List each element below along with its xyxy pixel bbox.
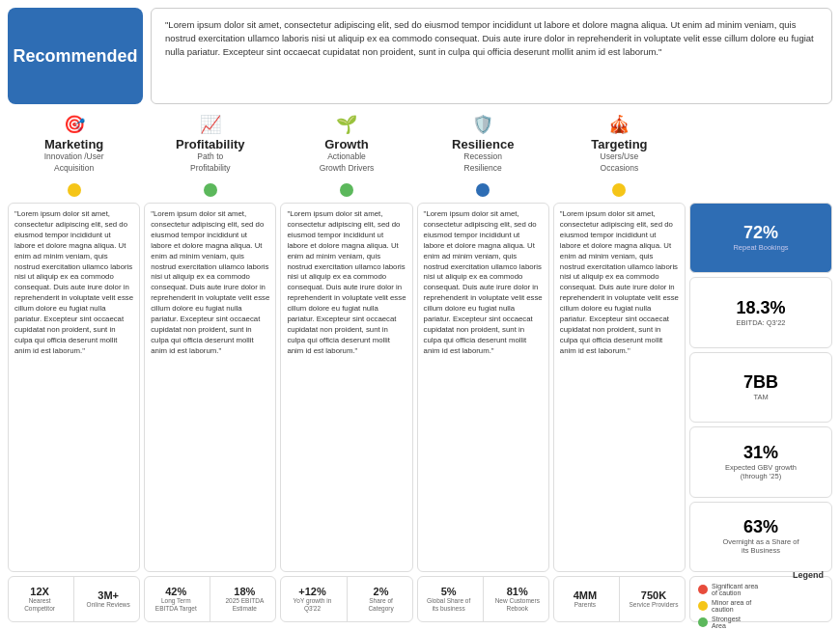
- content-targeting: "Lorem ipsum dolor sit amet, consectetur…: [553, 203, 686, 572]
- legend-dot-red: [698, 585, 708, 594]
- stat-nearest-competitor: 12X NearestCompetitor: [9, 577, 70, 621]
- legend-red-label: Significant areaof caution: [712, 583, 758, 596]
- category-marketing: 🎯 Marketing Innovation /UserAcquisition: [8, 110, 140, 178]
- metric-ebitda-label: EBITDA: Q3'22: [736, 318, 785, 327]
- legend-item-red: Significant areaof caution: [698, 583, 758, 596]
- stats-group-marketing: 12X NearestCompetitor 3M+ Online Reviews: [8, 576, 140, 622]
- stat-long-term-ebitda: 42% Long TermEBITDA Target: [145, 577, 207, 621]
- stat-12pct-label: YoY growth inQ3'22: [294, 597, 332, 613]
- stat-2025-ebitda: 18% 2025 EBITDAEstimate: [213, 577, 275, 621]
- legend-dot-yellow: [698, 601, 708, 611]
- stat-5pct-label: Global Share ofits business: [427, 597, 470, 613]
- stat-new-customers: 81% New CustomersRebook: [487, 577, 548, 621]
- marketing-subtitle: Innovation /UserAcquisition: [44, 151, 104, 173]
- resilience-title: Resilience: [452, 137, 514, 151]
- content-marketing: "Lorem ipsum dolor sit amet, consectetur…: [8, 203, 140, 572]
- metric-overnight-value: 63%: [743, 518, 778, 537]
- right-spacer-header: [689, 110, 832, 178]
- metric-overnight-label: Overnight as a Share ofits Business: [722, 537, 798, 555]
- category-targeting: 🎪 Targeting Users/UseOccasions: [553, 110, 686, 178]
- metric-overnight: 63% Overnight as a Share ofits Business: [689, 502, 832, 572]
- recommended-box: Recommended: [8, 8, 143, 104]
- stat-12pct-value: +12%: [298, 586, 325, 597]
- dot-resilience: [476, 183, 490, 197]
- dots-row: [8, 181, 832, 199]
- stat-2pct-label: Share ofCategory: [368, 597, 393, 613]
- stat-4mm-value: 4MM: [574, 589, 597, 601]
- dot-cell-profitability: [144, 181, 276, 199]
- dot-cell-growth: [280, 181, 412, 199]
- profitability-body-text: "Lorem ipsum dolor sit amet, consectetur…: [151, 209, 269, 355]
- category-growth: 🌱 Growth ActionableGrowth Drivers: [280, 110, 412, 178]
- legend-title: Legend: [793, 570, 824, 580]
- stat-42-label: Long TermEBITDA Target: [155, 597, 197, 613]
- stat-service-providers: 750K Service Providers: [623, 577, 685, 621]
- category-resilience: 🛡️ Resilience RecessionResilience: [417, 110, 549, 178]
- stat-divider-2: [210, 577, 210, 621]
- dot-profitability: [204, 183, 217, 197]
- stats-group-profitability: 42% Long TermEBITDA Target 18% 2025 EBIT…: [144, 576, 276, 622]
- metric-gbv-label: Expected GBV growth(through '25): [725, 463, 797, 480]
- marketing-icon: 🎯: [64, 114, 85, 135]
- stat-81pct-label: New CustomersRebook: [495, 597, 540, 613]
- profitability-icon: 📈: [200, 114, 221, 135]
- targeting-icon: 🎪: [608, 114, 630, 135]
- stat-42-value: 42%: [165, 586, 186, 597]
- dot-cell-targeting: [553, 181, 686, 199]
- growth-body-text: "Lorem ipsum dolor sit amet, consectetur…: [287, 209, 406, 355]
- stats-group-growth: +12% YoY growth inQ3'22 2% Share ofCateg…: [280, 576, 412, 622]
- content-growth: "Lorem ipsum dolor sit amet, consectetur…: [280, 203, 412, 572]
- metric-tam: 7BB TAM: [689, 352, 832, 423]
- category-profitability: 📈 Profitability Path toProfitability: [144, 110, 276, 178]
- stats-group-targeting: 4MM Parents 750K Service Providers: [553, 576, 686, 622]
- metric-gbv: 31% Expected GBV growth(through '25): [689, 426, 832, 497]
- stat-18-value: 18%: [234, 586, 255, 597]
- marketing-title: Marketing: [44, 137, 103, 151]
- legend-item-yellow: Minor area ofcaution: [698, 599, 751, 613]
- growth-title: Growth: [324, 137, 369, 151]
- stat-2pct-value: 2%: [374, 586, 389, 597]
- content-resilience: "Lorem ipsum dolor sit amet, consectetur…: [417, 203, 549, 572]
- recommended-label: Recommended: [13, 46, 137, 67]
- growth-icon: 🌱: [336, 114, 357, 135]
- stat-5pct-value: 5%: [441, 586, 457, 597]
- legend-box: Legend Significant areaof caution Minor …: [689, 576, 832, 622]
- stat-divider-4: [483, 577, 484, 621]
- stats-row: 12X NearestCompetitor 3M+ Online Reviews…: [8, 576, 832, 622]
- dot-cell-resilience: [417, 181, 549, 199]
- dot-marketing: [68, 183, 81, 197]
- stat-online-reviews: 3M+ Online Reviews: [77, 577, 139, 621]
- stat-750k-label: Service Providers: [630, 601, 679, 609]
- legend-green-label: StrongestArea: [712, 616, 741, 629]
- growth-subtitle: ActionableGrowth Drivers: [320, 151, 375, 173]
- metric-tam-label: TAM: [753, 393, 768, 401]
- resilience-icon: 🛡️: [472, 114, 493, 135]
- stat-12x-value: 12X: [30, 586, 49, 597]
- metric-repeat-label: Repeat Bookings: [733, 243, 788, 252]
- metric-gbv-value: 31%: [743, 444, 778, 463]
- legend-yellow-label: Minor area ofcaution: [712, 599, 751, 613]
- metric-ebitda: 18.3% EBITDA: Q3'22: [689, 277, 832, 347]
- stat-750k-value: 750K: [641, 589, 666, 601]
- targeting-title: Targeting: [591, 137, 647, 151]
- stat-12x-label: NearestCompetitor: [24, 597, 55, 613]
- legend-dot-green: [698, 617, 708, 627]
- stat-yoy-growth: +12% YoY growth inQ3'22: [281, 577, 343, 621]
- targeting-subtitle: Users/UseOccasions: [601, 151, 639, 173]
- stats-group-resilience: 5% Global Share ofits business 81% New C…: [417, 576, 549, 622]
- dot-targeting: [612, 183, 626, 197]
- stat-divider-5: [619, 577, 620, 621]
- targeting-body-text: "Lorem ipsum dolor sit amet, consectetur…: [560, 209, 679, 355]
- stat-divider-3: [347, 577, 348, 621]
- content-profitability: "Lorem ipsum dolor sit amet, consectetur…: [144, 203, 276, 572]
- stat-share-category: 2% Share ofCategory: [350, 577, 412, 621]
- intro-text: "Lorem ipsum dolor sit amet, consectetur…: [165, 19, 814, 57]
- stat-4mm-label: Parents: [574, 601, 596, 609]
- stat-divider-1: [73, 577, 74, 621]
- stat-parents: 4MM Parents: [554, 577, 616, 621]
- categories-row: 🎯 Marketing Innovation /UserAcquisition …: [8, 110, 832, 178]
- profitability-title: Profitability: [176, 137, 245, 151]
- metric-ebitda-value: 18.3%: [736, 299, 785, 318]
- dot-growth: [340, 183, 353, 197]
- resilience-body-text: "Lorem ipsum dolor sit amet, consectetur…: [424, 209, 543, 355]
